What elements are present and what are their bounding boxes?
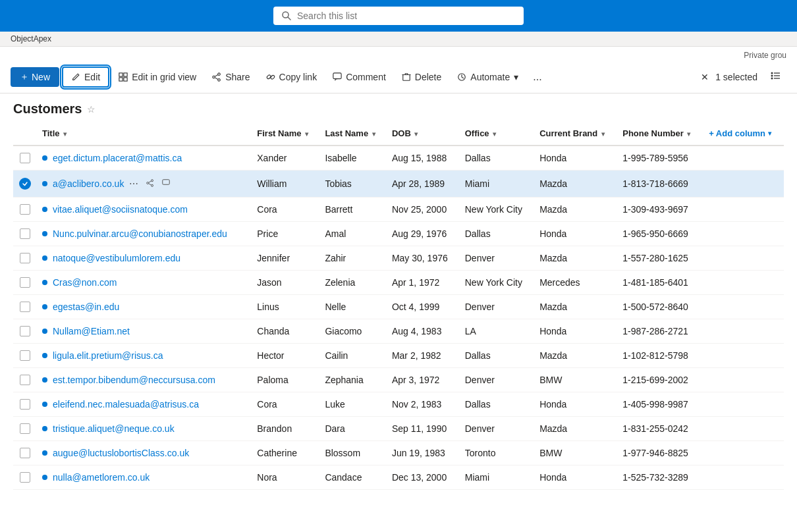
close-selected-button[interactable]: ✕ [701, 72, 709, 82]
row-checkbox[interactable] [13, 246, 37, 271]
share-button[interactable]: Share [206, 68, 256, 86]
email-icon [42, 231, 47, 236]
search-box[interactable] [273, 7, 524, 25]
table-row[interactable]: eget.dictum.placerat@mattis.ca XanderIsa… [13, 146, 784, 171]
row-checkbox[interactable] [13, 368, 37, 392]
link-icon [266, 72, 275, 82]
table-row[interactable]: tristique.aliquet@neque.co.uk BrandonDar… [13, 417, 784, 441]
row-checkbox[interactable] [13, 146, 37, 171]
view-options-button[interactable] [765, 68, 786, 86]
row-brand: BMW [534, 368, 617, 392]
col-header-dob[interactable]: DOB ▾ [387, 122, 460, 146]
col-header-current-brand[interactable]: Current Brand ▾ [534, 122, 617, 146]
email-icon [42, 329, 47, 334]
table-row[interactable]: vitae.aliquet@sociisnatoque.com CoraBarr… [13, 198, 784, 222]
table-row[interactable]: Nullam@Etiam.net ChandaGiacomoAug 4, 198… [13, 319, 784, 344]
selected-count: ✕ 1 selected [701, 72, 757, 82]
col-header-office[interactable]: Office ▾ [460, 122, 534, 146]
table-row[interactable]: egestas@in.edu LinusNelleOct 4, 1999Denv… [13, 295, 784, 319]
table-row[interactable]: augue@luctuslobortisClass.co.uk Catherin… [13, 441, 784, 466]
row-add-col-empty [703, 198, 784, 222]
svg-rect-4 [119, 78, 123, 81]
col-header-last-name[interactable]: Last Name ▾ [319, 122, 387, 146]
search-icon [281, 11, 292, 21]
edit-grid-button[interactable]: Edit in grid view [112, 68, 203, 86]
col-header-first-name[interactable]: First Name ▾ [252, 122, 319, 146]
svg-rect-25 [163, 180, 170, 185]
row-checkbox[interactable] [13, 198, 37, 222]
table-row[interactable]: nulla@ametlorem.co.uk NoraCandaceDec 13,… [13, 466, 784, 490]
row-dob: Oct 4, 1999 [387, 295, 460, 319]
row-last-name: Luke [319, 392, 387, 417]
row-checkbox[interactable] [13, 222, 37, 246]
email-icon [42, 207, 47, 212]
row-last-name: Barrett [319, 198, 387, 222]
automate-button[interactable]: Automate ▾ [451, 68, 525, 86]
row-title: Nunc.pulvinar.arcu@conubianostraper.edu [37, 222, 252, 246]
search-input[interactable] [297, 11, 516, 21]
row-dob: Dec 13, 2000 [387, 466, 460, 490]
table-row[interactable]: est.tempor.bibendum@neccursusa.com Palom… [13, 368, 784, 392]
col-header-add-column[interactable]: + Add column ▾ [703, 122, 784, 146]
new-button[interactable]: ＋ New [11, 67, 59, 87]
row-brand: Mercedes [534, 271, 617, 295]
row-checkbox[interactable] [13, 392, 37, 417]
row-first-name: Chanda [252, 319, 319, 344]
row-phone: 1-481-185-6401 [617, 271, 703, 295]
row-comment-button[interactable] [159, 177, 173, 190]
row-office: Denver [460, 368, 534, 392]
table-row[interactable]: Nunc.pulvinar.arcu@conubianostraper.edu … [13, 222, 784, 246]
svg-point-8 [213, 76, 215, 78]
row-checkbox[interactable] [13, 466, 37, 490]
email-icon [42, 377, 47, 383]
edit-button[interactable]: Edit [62, 66, 109, 88]
row-add-col-empty [703, 368, 784, 392]
row-add-col-empty [703, 466, 784, 490]
row-first-name: Cora [252, 392, 319, 417]
grid-icon [119, 72, 128, 82]
table-row[interactable]: ligula.elit.pretium@risus.ca HectorCaili… [13, 344, 784, 368]
row-last-name: Giacomo [319, 319, 387, 344]
table-row[interactable]: eleifend.nec.malesuada@atrisus.ca CoraLu… [13, 392, 784, 417]
comment-button[interactable]: Comment [326, 68, 393, 86]
row-add-col-empty [703, 441, 784, 466]
table-row[interactable]: a@aclibero.co.uk ⋯ WilliamTobiasApr 28, … [13, 171, 784, 198]
table-row[interactable]: natoque@vestibulumlorem.edu JenniferZahi… [13, 246, 784, 271]
row-last-name: Blossom [319, 441, 387, 466]
comment-icon [333, 72, 342, 82]
row-office: Denver [460, 295, 534, 319]
col-header-title[interactable]: Title ▾ [37, 122, 252, 146]
row-actions: ⋯ [126, 177, 173, 190]
row-checkbox[interactable] [13, 171, 37, 198]
row-checkbox[interactable] [13, 417, 37, 441]
row-checkbox[interactable] [13, 319, 37, 344]
breadcrumb-bar: ObjectApex [0, 32, 797, 47]
row-title: eleifend.nec.malesuada@atrisus.ca [37, 392, 252, 417]
email-icon [42, 402, 47, 407]
col-header-phone-number[interactable]: Phone Number ▾ [617, 122, 703, 146]
email-icon [42, 475, 47, 480]
table-row[interactable]: Cras@non.com JasonZeleniaApr 1, 1972New … [13, 271, 784, 295]
row-dob: Jun 19, 1983 [387, 441, 460, 466]
favorite-icon[interactable]: ☆ [87, 104, 96, 115]
row-add-col-empty [703, 344, 784, 368]
copy-link-button[interactable]: Copy link [260, 68, 324, 86]
row-add-col-empty [703, 295, 784, 319]
row-checkbox[interactable] [13, 441, 37, 466]
delete-button[interactable]: Delete [395, 68, 448, 86]
email-icon [42, 353, 47, 358]
row-more-button[interactable]: ⋯ [126, 177, 141, 190]
row-checkbox[interactable] [13, 295, 37, 319]
col-header-checkbox[interactable] [13, 122, 37, 146]
row-first-name: Linus [252, 295, 319, 319]
row-share-button[interactable] [144, 177, 157, 190]
row-phone: 1-309-493-9697 [617, 198, 703, 222]
row-office: Dallas [460, 146, 534, 171]
row-brand: Honda [534, 392, 617, 417]
more-button[interactable]: ... [528, 68, 547, 86]
row-office: Toronto [460, 441, 534, 466]
row-checkbox[interactable] [13, 344, 37, 368]
row-title: natoque@vestibulumlorem.edu [37, 246, 252, 271]
row-brand: BMW [534, 441, 617, 466]
row-checkbox[interactable] [13, 271, 37, 295]
